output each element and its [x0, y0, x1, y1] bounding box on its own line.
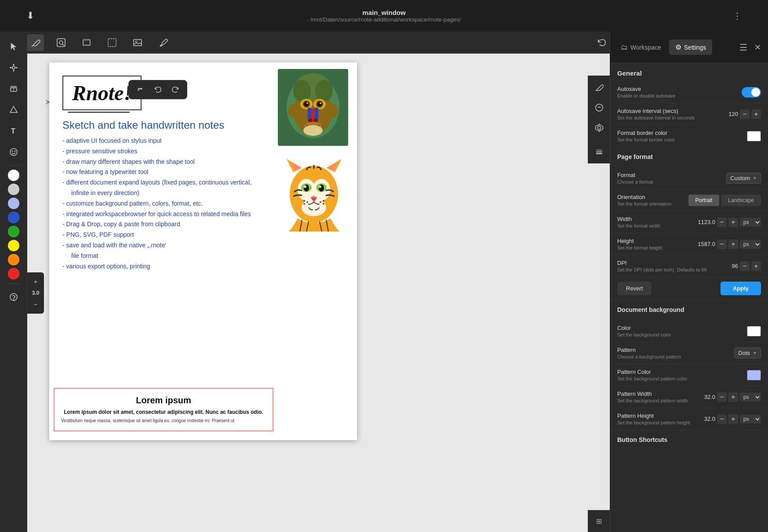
autosave-desc: Enable or disable autosave — [617, 93, 742, 98]
svg-marker-6 — [13, 70, 15, 72]
bg-color-label: Color — [617, 325, 747, 331]
pattern-info: Pattern Choose a background pattern — [617, 347, 734, 359]
titlebar: ⬇ main_window · /mnt/Daten/source/rnote-… — [0, 0, 768, 32]
color-blue[interactable] — [8, 212, 19, 223]
landscape-btn[interactable]: Landscape — [721, 195, 761, 206]
float-undo-btn[interactable] — [151, 83, 165, 97]
autosave-interval-minus[interactable]: − — [740, 109, 750, 119]
layer-icon[interactable] — [591, 143, 608, 160]
dpi-plus[interactable]: + — [751, 261, 761, 271]
float-move-btn[interactable] — [133, 83, 147, 97]
width-unit-select[interactable]: px mm cm — [740, 218, 761, 227]
svg-point-0 — [12, 66, 15, 69]
format-border-color-swatch[interactable] — [747, 131, 761, 141]
color-red[interactable] — [8, 268, 19, 279]
scan-tool-btn[interactable] — [53, 34, 69, 51]
pattern-height-unit-select[interactable]: px mm — [740, 415, 761, 423]
text-tool-btn[interactable]: T — [4, 122, 23, 140]
highlighter-btn[interactable] — [155, 34, 171, 51]
format-dropdown[interactable]: Custom ▼ — [726, 173, 761, 184]
width-plus[interactable]: + — [728, 217, 738, 227]
color-lightblue[interactable] — [8, 198, 19, 209]
panel-close-btn[interactable]: ✕ — [752, 40, 764, 55]
revert-btn[interactable]: Revert — [617, 282, 652, 295]
pattern-desc: Choose a background pattern — [617, 354, 734, 359]
undo-redo-icon[interactable] — [593, 34, 610, 51]
toolbar-separator-2 — [6, 283, 22, 284]
pattern-height-control: 32.0 − + px mm — [695, 414, 761, 424]
canvas-area: ✕ + 3.0 − Rnote! — [27, 32, 610, 532]
dpi-minus[interactable]: − — [740, 261, 750, 271]
window-menu-icon[interactable]: ⋮ — [733, 11, 742, 21]
extra-btn[interactable] — [4, 288, 23, 306]
bg-color-swatch[interactable] — [747, 326, 761, 337]
canvas-top-toolbar — [27, 32, 610, 54]
image-btn[interactable] — [129, 34, 146, 51]
pattern-width-plus[interactable]: + — [728, 392, 738, 402]
width-label: Width — [617, 216, 695, 222]
canvas-content[interactable]: ✕ + 3.0 − Rnote! — [27, 54, 610, 532]
pattern-width-unit-select[interactable]: px mm — [740, 393, 761, 402]
autosave-interval-plus[interactable]: + — [751, 109, 761, 119]
lorem-title: Lorem ipsum — [61, 395, 266, 405]
download-icon[interactable]: ⬇ — [26, 10, 34, 22]
pen-tool-btn[interactable] — [27, 34, 44, 51]
height-minus[interactable]: − — [717, 239, 727, 249]
svg-point-40 — [304, 102, 309, 106]
layers-btn[interactable] — [78, 34, 95, 51]
autosave-interval-label: Autosave interval (secs) — [617, 108, 718, 114]
orientation-btns: Portrait Landscape — [688, 195, 761, 206]
format-border-color-label: Format border color — [617, 130, 747, 136]
pattern-height-plus[interactable]: + — [728, 414, 738, 424]
eraser-tool-btn[interactable] — [4, 80, 23, 98]
zoom-in-btn[interactable]: + — [29, 275, 42, 288]
gear-icon[interactable] — [591, 119, 608, 136]
width-minus[interactable]: − — [717, 217, 727, 227]
float-redo-btn[interactable] — [168, 83, 182, 97]
color-green[interactable] — [8, 226, 19, 237]
portrait-btn[interactable]: Portrait — [688, 195, 720, 206]
titlebar-center: main_window · /mnt/Daten/source/rnote-ad… — [307, 9, 461, 23]
pattern-color-swatch[interactable] — [747, 370, 761, 380]
select-rect-btn[interactable] — [104, 34, 120, 51]
color-white[interactable] — [8, 170, 19, 181]
orientation-desc: Set the format orientation — [617, 201, 688, 206]
svg-point-71 — [323, 200, 324, 202]
sticker-tool-btn[interactable] — [4, 143, 23, 161]
color-lightgray[interactable] — [8, 184, 19, 195]
pen-settings-icon[interactable] — [591, 79, 608, 96]
floating-toolbar — [128, 80, 187, 99]
drag-tool-btn[interactable] — [4, 58, 23, 77]
general-section-header: General — [610, 63, 768, 81]
height-control: 1587.0 − + px mm cm — [695, 239, 761, 249]
pattern-height-label: Pattern Height — [617, 413, 695, 419]
pattern-width-minus[interactable]: − — [717, 392, 727, 402]
height-plus[interactable]: + — [728, 239, 738, 249]
svg-point-73 — [320, 201, 321, 203]
grid-icon[interactable]: ⊞ — [596, 517, 602, 525]
autosave-toggle[interactable] — [742, 87, 761, 98]
apply-btn[interactable]: Apply — [721, 282, 761, 295]
shape-tool-btn[interactable] — [4, 101, 23, 119]
color-orange[interactable] — [8, 254, 19, 265]
svg-marker-12 — [10, 106, 17, 112]
pattern-height-minus[interactable]: − — [717, 414, 727, 424]
svg-rect-78 — [596, 153, 602, 154]
svg-marker-7 — [10, 67, 11, 69]
svg-rect-77 — [596, 151, 602, 152]
autosave-interval-row: Autosave interval (secs) Set the autosav… — [610, 103, 768, 125]
pattern-width-row: Pattern Width Set the background pattern… — [610, 386, 768, 408]
dpi-info: DPI Set the DPI (dots per inch). Default… — [617, 260, 718, 272]
workspace-tab[interactable]: 🗂 Workspace — [615, 40, 667, 55]
settings-tab[interactable]: ⚙ Settings — [669, 40, 713, 55]
select-tool-btn[interactable] — [4, 37, 23, 56]
eraser-settings-icon[interactable] — [591, 99, 608, 116]
pattern-dropdown[interactable]: Dots ▼ — [734, 347, 761, 358]
panel-menu-btn[interactable]: ☰ — [737, 40, 750, 55]
height-value: 1587.0 — [695, 241, 715, 247]
doc-bg-header: Document background — [610, 300, 768, 320]
button-shortcuts-title: Button Shortcuts — [617, 436, 761, 443]
height-unit-select[interactable]: px mm cm — [740, 240, 761, 249]
zoom-out-btn[interactable]: − — [29, 298, 42, 311]
color-yellow[interactable] — [8, 240, 19, 251]
